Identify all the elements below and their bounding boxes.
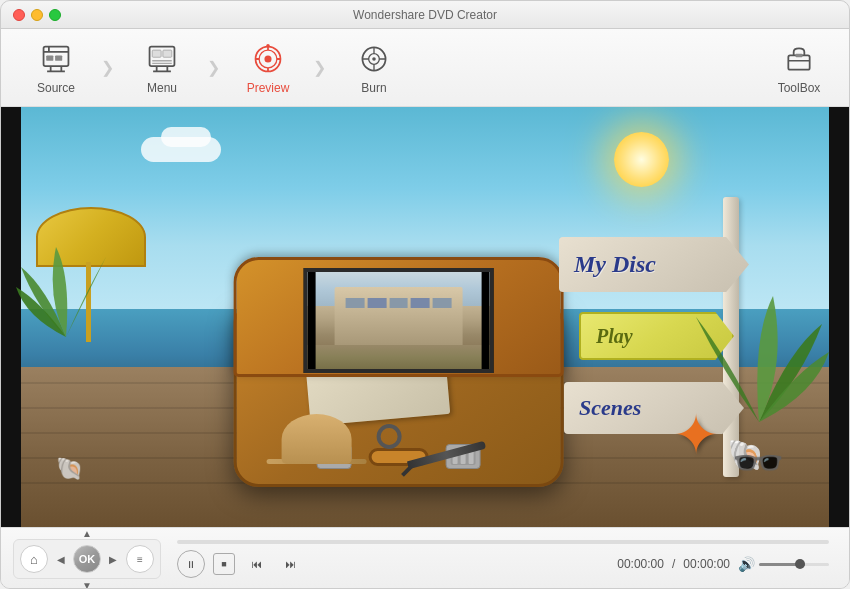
magnifying-glass bbox=[377, 424, 417, 464]
stop-button[interactable]: ■ bbox=[213, 553, 235, 575]
svg-rect-9 bbox=[152, 50, 161, 57]
my-disc-text: My Disc bbox=[574, 251, 656, 278]
svg-point-23 bbox=[266, 43, 270, 47]
minimize-button[interactable] bbox=[31, 9, 43, 21]
suitcase-lid bbox=[234, 257, 564, 377]
close-button[interactable] bbox=[13, 9, 25, 21]
maximize-button[interactable] bbox=[49, 9, 61, 21]
toolbar: Source Menu bbox=[1, 29, 849, 107]
window-controls bbox=[13, 9, 61, 21]
svg-rect-3 bbox=[46, 55, 53, 60]
progress-section: ⏸ ■ ⏮ ⏭ 00:00:00 / 00:00:00 🔊 bbox=[169, 540, 837, 578]
shell-small: 🐚 bbox=[56, 456, 83, 482]
screen-content bbox=[308, 272, 490, 369]
hat bbox=[267, 409, 367, 474]
tab-menu[interactable]: Menu bbox=[117, 34, 207, 102]
left-arrow[interactable]: ◀ bbox=[50, 548, 72, 570]
preview-area: My Disc Play Scenes ✦ 🐚 🕶️ 🐚 bbox=[1, 107, 849, 527]
controls-bar: ⌂ ▲ ◀ OK ▶ ▼ ≡ ⏸ ■ ⏮ ⏭ 00:00:00 bbox=[1, 527, 849, 589]
volume-thumb bbox=[795, 559, 805, 569]
palm-leaves-left bbox=[16, 227, 116, 347]
play-text: Play bbox=[596, 325, 633, 348]
toolbox-button[interactable]: ToolBox bbox=[759, 41, 839, 95]
app-title: Wondershare DVD Creator bbox=[353, 8, 497, 22]
source-icon bbox=[38, 41, 74, 77]
next-button[interactable]: ⏭ bbox=[277, 551, 303, 577]
starfish: ✦ bbox=[673, 403, 719, 467]
toolbox-label: ToolBox bbox=[778, 81, 821, 95]
time-current: 00:00:00 bbox=[617, 557, 664, 571]
menu-icon bbox=[144, 41, 180, 77]
svg-rect-31 bbox=[788, 55, 809, 69]
svg-rect-10 bbox=[163, 50, 172, 57]
svg-rect-4 bbox=[55, 55, 62, 60]
playback-row: ⏸ ■ ⏮ ⏭ 00:00:00 / 00:00:00 🔊 bbox=[177, 550, 829, 578]
progress-bar[interactable] bbox=[177, 540, 829, 544]
nav-separator-3 bbox=[313, 34, 329, 102]
time-separator: / bbox=[672, 557, 675, 571]
nav-tabs: Source Menu bbox=[11, 29, 839, 106]
sunglasses: 🕶️ bbox=[732, 438, 784, 487]
tab-source[interactable]: Source bbox=[11, 34, 101, 102]
umbrella-area bbox=[26, 207, 156, 367]
volume-section: 🔊 bbox=[738, 556, 829, 572]
nav-controller: ⌂ ▲ ◀ OK ▶ ▼ ≡ bbox=[13, 539, 161, 579]
burn-label: Burn bbox=[361, 81, 386, 95]
preview-icon bbox=[250, 41, 286, 77]
svg-point-26 bbox=[372, 57, 376, 61]
right-arrow[interactable]: ▶ bbox=[102, 548, 124, 570]
menu-label: Menu bbox=[147, 81, 177, 95]
tab-burn[interactable]: Burn bbox=[329, 34, 419, 102]
nav-separator-2 bbox=[207, 34, 223, 102]
svg-rect-32 bbox=[795, 53, 802, 57]
down-arrow[interactable]: ▼ bbox=[76, 574, 98, 589]
nav-separator-1 bbox=[101, 34, 117, 102]
pause-button[interactable]: ⏸ bbox=[177, 550, 205, 578]
burn-icon bbox=[356, 41, 392, 77]
screen bbox=[304, 268, 494, 373]
cloud-2 bbox=[161, 127, 211, 147]
source-label: Source bbox=[37, 81, 75, 95]
title-bar: Wondershare DVD Creator bbox=[1, 1, 849, 29]
prev-button[interactable]: ⏮ bbox=[243, 551, 269, 577]
pen bbox=[407, 441, 486, 469]
menu-ctrl-button[interactable]: ≡ bbox=[126, 545, 154, 573]
time-total: 00:00:00 bbox=[683, 557, 730, 571]
home-button[interactable]: ⌂ bbox=[20, 545, 48, 573]
scenes-text: Scenes bbox=[579, 395, 641, 421]
tab-preview[interactable]: Preview bbox=[223, 34, 313, 102]
sun bbox=[614, 132, 669, 187]
suitcase bbox=[234, 257, 564, 487]
svg-point-18 bbox=[264, 55, 271, 62]
ok-button[interactable]: OK bbox=[73, 545, 101, 573]
volume-icon: 🔊 bbox=[738, 556, 755, 572]
volume-bar[interactable] bbox=[759, 563, 829, 566]
toolbox-icon bbox=[781, 41, 817, 77]
curtain-right bbox=[829, 107, 849, 527]
preview-label: Preview bbox=[247, 81, 290, 95]
